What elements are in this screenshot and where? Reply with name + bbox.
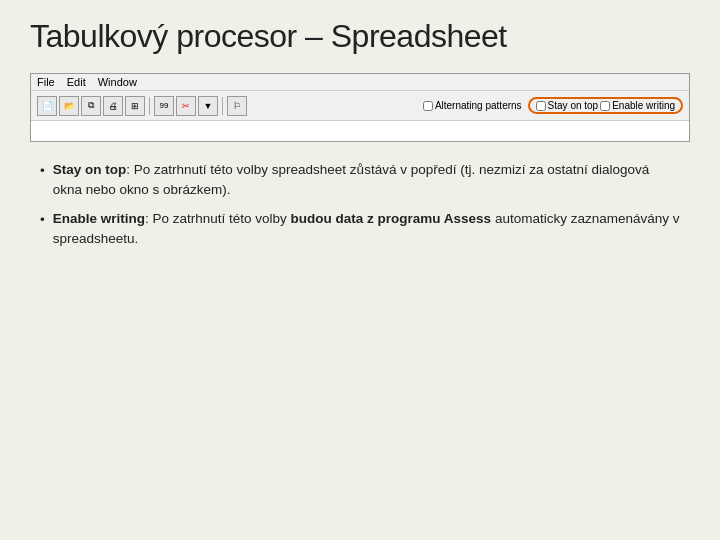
toolbar-options: Alternating patterns Stay on top Enable … xyxy=(423,97,683,114)
bullet-text-stay-on-top: Stay on top: Po zatrhnutí této volby spr… xyxy=(53,160,680,199)
alternating-patterns-label: Alternating patterns xyxy=(435,100,522,111)
spreadsheet-content xyxy=(31,121,689,141)
copy2-icon: ⊞ xyxy=(131,101,139,111)
toolbar-sep2 xyxy=(222,97,223,115)
toolbar-btn-open[interactable]: 📂 xyxy=(59,96,79,116)
menu-edit[interactable]: Edit xyxy=(67,76,86,88)
flag-icon: ⚐ xyxy=(233,101,241,111)
toolbar-sep1 xyxy=(149,97,150,115)
bullet-text-enable-writing: Enable writing: Po zatrhnutí této volby … xyxy=(53,209,680,248)
menu-file[interactable]: File xyxy=(37,76,55,88)
arrow-down-icon: ▼ xyxy=(204,101,213,111)
toolbar-btn-b1[interactable]: 99 xyxy=(154,96,174,116)
spreadsheet-window: File Edit Window 📄 📂 ⧉ 🖨 ⊞ 99 xyxy=(30,73,690,142)
stay-on-top-group[interactable]: Stay on top xyxy=(536,100,599,111)
toolbar-btn-b2[interactable]: ✂ xyxy=(176,96,196,116)
toolbar-btn-flag[interactable]: ⚐ xyxy=(227,96,247,116)
toolbar-btn-print[interactable]: 🖨 xyxy=(103,96,123,116)
print-icon: 🖨 xyxy=(109,101,118,111)
bullet-dot-2: • xyxy=(40,210,45,230)
toolbar-btn-copy2[interactable]: ⊞ xyxy=(125,96,145,116)
new-doc-icon: 📄 xyxy=(42,101,53,111)
open-icon: 📂 xyxy=(64,101,75,111)
menu-window[interactable]: Window xyxy=(98,76,137,88)
enable-writing-checkbox[interactable] xyxy=(600,101,610,111)
bullet-dot-1: • xyxy=(40,161,45,181)
enable-writing-term: Enable writing xyxy=(53,211,145,226)
menu-bar: File Edit Window xyxy=(31,74,689,91)
page-title: Tabulkový procesor – Spreadsheet xyxy=(30,18,690,55)
enable-writing-highlight: Stay on top Enable writing xyxy=(528,97,683,114)
toolbar: 📄 📂 ⧉ 🖨 ⊞ 99 ✂ ▼ xyxy=(31,91,689,121)
copy1-icon: ⧉ xyxy=(88,100,94,111)
toolbar-btn-arrow[interactable]: ▼ xyxy=(198,96,218,116)
bullet-item-stay-on-top: • Stay on top: Po zatrhnutí této volby s… xyxy=(40,160,680,199)
toolbar-btn-copy1[interactable]: ⧉ xyxy=(81,96,101,116)
stay-on-top-term: Stay on top xyxy=(53,162,127,177)
bullet-section: • Stay on top: Po zatrhnutí této volby s… xyxy=(30,160,690,520)
b2-icon: ✂ xyxy=(182,101,190,111)
page: Tabulkový procesor – Spreadsheet File Ed… xyxy=(0,0,720,540)
alternating-patterns-checkbox[interactable] xyxy=(423,101,433,111)
enable-writing-group[interactable]: Enable writing xyxy=(600,100,675,111)
enable-writing-label: Enable writing xyxy=(612,100,675,111)
stay-on-top-label: Stay on top xyxy=(548,100,599,111)
bullet-item-enable-writing: • Enable writing: Po zatrhnutí této volb… xyxy=(40,209,680,248)
stay-on-top-checkbox[interactable] xyxy=(536,101,546,111)
toolbar-btn-new[interactable]: 📄 xyxy=(37,96,57,116)
alternating-patterns-group[interactable]: Alternating patterns xyxy=(423,100,522,111)
b1-icon: 99 xyxy=(160,101,169,110)
enable-writing-emphasis: budou data z programu Assess xyxy=(291,211,492,226)
